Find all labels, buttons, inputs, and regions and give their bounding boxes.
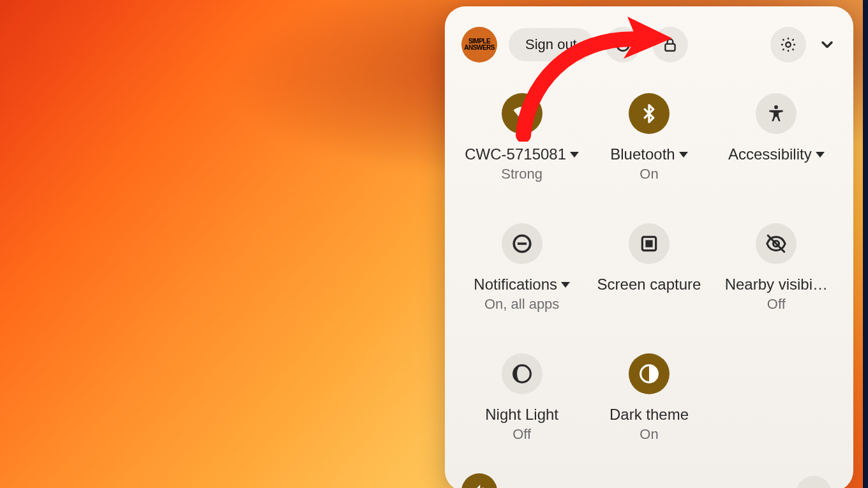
quick-tiles-grid: CWC-5715081 Strong Bluetooth On: [461, 93, 837, 443]
caret-down-icon: [561, 282, 570, 288]
avatar-label: SIMPLE ANSWERS: [461, 38, 497, 52]
tile-label: Notifications: [474, 276, 557, 293]
tile-notifications[interactable]: Notifications On, all apps: [461, 223, 582, 313]
collapse-button[interactable]: [818, 35, 837, 54]
gear-icon: [779, 36, 797, 54]
night-light-icon: [502, 353, 542, 394]
settings-button[interactable]: [770, 27, 806, 63]
tile-dark-theme[interactable]: Dark theme On: [588, 353, 709, 443]
tile-sublabel: Off: [513, 426, 531, 443]
lock-icon: [662, 36, 678, 53]
volume-row: [461, 466, 837, 488]
caret-down-icon: [679, 152, 688, 158]
svg-rect-0: [665, 44, 675, 51]
tile-night-light[interactable]: Night Light Off: [461, 353, 582, 443]
tile-label: Dark theme: [610, 406, 689, 424]
tile-screen-capture[interactable]: Screen capture: [588, 223, 709, 313]
caret-down-icon: [816, 152, 825, 158]
tile-label: Night Light: [485, 406, 558, 424]
screen-capture-icon: [629, 223, 670, 264]
tile-label: Accessibility: [728, 145, 812, 163]
wifi-icon: [502, 93, 542, 134]
power-button[interactable]: [605, 27, 641, 63]
tile-sublabel: On, all apps: [484, 296, 559, 313]
chevron-down-icon: [818, 36, 836, 54]
tile-label: Nearby visibi…: [725, 276, 828, 293]
volume-icon[interactable]: [461, 473, 497, 488]
screen-right-border: [863, 0, 868, 488]
sign-out-label: Sign out: [525, 36, 577, 53]
svg-rect-3: [526, 117, 530, 121]
quick-settings-panel: SIMPLE ANSWERS Sign out: [445, 6, 853, 488]
bluetooth-icon: [629, 93, 670, 134]
tile-wifi[interactable]: CWC-5715081 Strong: [461, 93, 582, 182]
sign-out-button[interactable]: Sign out: [509, 28, 594, 61]
tile-label: CWC-5715081: [465, 145, 566, 163]
tile-nearby-visibility[interactable]: Nearby visibi… Off: [716, 223, 837, 313]
power-icon: [614, 36, 632, 54]
tile-sublabel: Off: [767, 296, 786, 313]
tile-label: Bluetooth: [610, 145, 675, 163]
svg-point-4: [774, 105, 778, 109]
svg-point-1: [786, 42, 790, 47]
do-not-disturb-icon: [502, 223, 542, 264]
caret-down-icon: [570, 152, 579, 158]
slider-knob[interactable]: [796, 476, 832, 488]
tile-sublabel: On: [640, 166, 658, 182]
tile-label: Screen capture: [597, 276, 701, 293]
visibility-off-icon: [756, 223, 797, 264]
profile-avatar[interactable]: SIMPLE ANSWERS: [461, 27, 497, 63]
lock-button[interactable]: [652, 27, 688, 63]
tile-sublabel: Strong: [501, 166, 542, 182]
tile-accessibility[interactable]: Accessibility: [716, 93, 837, 182]
accessibility-icon: [756, 93, 797, 134]
tile-sublabel: On: [640, 426, 658, 443]
tile-bluetooth[interactable]: Bluetooth On: [588, 93, 709, 182]
svg-rect-7: [647, 241, 652, 246]
panel-header: SIMPLE ANSWERS Sign out: [461, 24, 837, 65]
dark-theme-icon: [629, 353, 670, 394]
